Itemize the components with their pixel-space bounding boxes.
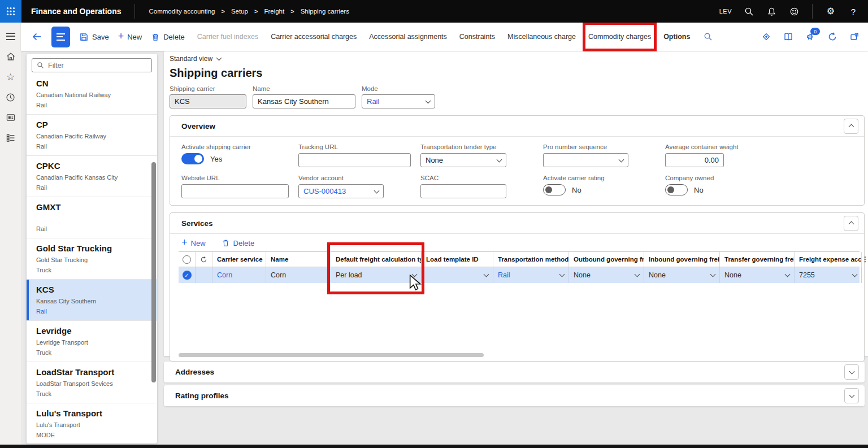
- services-delete-button[interactable]: Delete: [222, 238, 255, 247]
- back-button[interactable]: [31, 31, 42, 42]
- carrier-list-item[interactable]: CPCanadian Pacific RailwayRail: [27, 114, 157, 155]
- tracking-url-field[interactable]: [298, 153, 411, 167]
- horizontal-scrollbar-thumb[interactable]: [179, 353, 484, 357]
- grid-cell-transportation-method[interactable]: Rail: [493, 267, 569, 283]
- grid-cell-load-template-id[interactable]: [422, 267, 493, 283]
- action-search-icon[interactable]: [704, 32, 713, 41]
- grid-cell-outbound-governing-frei[interactable]: None: [569, 267, 644, 283]
- delete-button[interactable]: Delete: [151, 32, 185, 42]
- overview-header[interactable]: Overview: [170, 116, 864, 137]
- notifications-bell-icon[interactable]: [766, 6, 777, 17]
- carrier-list-item[interactable]: GMXTRail: [27, 197, 157, 238]
- grid-header-cell-freight-expense-accou[interactable]: Freight expense accou: [795, 252, 862, 267]
- company-owned-toggle[interactable]: [665, 184, 688, 195]
- trash-icon: [222, 238, 230, 247]
- activate-shipping-carrier-toggle[interactable]: [181, 153, 204, 164]
- grid-header-cell-carrier-service[interactable]: Carrier service: [212, 252, 266, 267]
- breadcrumb-item[interactable]: Commodity accounting: [149, 8, 215, 15]
- vendor-account-dropdown[interactable]: CUS-000413: [298, 184, 384, 198]
- carrier-list-item[interactable]: CPKCCanadian Pacific Kansas CityRail: [27, 155, 157, 197]
- recent-clock-icon[interactable]: [6, 92, 16, 102]
- breadcrumb-item[interactable]: Setup: [231, 8, 248, 15]
- refresh-column-icon[interactable]: [196, 252, 212, 267]
- user-initials[interactable]: LEV: [719, 8, 732, 15]
- tab-accessorial-assignments[interactable]: Accessorial assignments: [369, 32, 447, 42]
- services-header[interactable]: Services: [170, 213, 864, 234]
- app-title[interactable]: Finance and Operations: [31, 7, 121, 16]
- scac-field[interactable]: [420, 184, 506, 198]
- pro-number-sequence-dropdown[interactable]: [543, 153, 628, 167]
- grid-header-cell-name[interactable]: Name: [266, 252, 331, 267]
- chevron-up-icon: [848, 221, 854, 227]
- grid-cell-inbound-governing-freight[interactable]: None: [644, 267, 720, 283]
- tab-commodity-charges[interactable]: Commodity charges: [588, 32, 651, 42]
- refresh-icon[interactable]: [827, 31, 838, 42]
- app-launcher-button[interactable]: [0, 0, 21, 23]
- activate-carrier-rating-toggle[interactable]: [543, 184, 566, 195]
- messages-megaphone-icon[interactable]: 0: [805, 31, 816, 42]
- grid-cell-carrier-service[interactable]: Corn: [212, 267, 266, 283]
- select-all-circle[interactable]: [183, 255, 191, 264]
- collapse-button[interactable]: [844, 216, 858, 231]
- expand-button[interactable]: [844, 364, 859, 380]
- carrier-filter-input[interactable]: Filter: [32, 58, 152, 72]
- list-scrollbar[interactable]: [151, 162, 156, 382]
- open-in-new-window-icon[interactable]: [849, 31, 860, 42]
- hamburger-menu-icon[interactable]: [6, 31, 16, 41]
- tab-carrier-accessorial-charges[interactable]: Carrier accessorial charges: [271, 32, 357, 42]
- home-icon[interactable]: [6, 51, 16, 62]
- collapse-button[interactable]: [844, 119, 858, 134]
- carrier-list-item[interactable]: Gold Star TruckingGold Star TruckingTruc…: [27, 238, 157, 279]
- grid-header-cell-outbound-governing-frei[interactable]: Outbound governing frei...: [569, 252, 644, 267]
- personalization-diamond-icon[interactable]: [761, 31, 772, 42]
- horizontal-scrollbar-track[interactable]: [179, 353, 860, 357]
- services-section: Services + New Delete Carrier serviceNam…: [170, 212, 865, 362]
- favorites-star-icon[interactable]: ☆: [6, 72, 16, 82]
- addresses-section[interactable]: Addresses: [164, 362, 865, 382]
- grid-header-cell-transfer-governing-freight[interactable]: Transfer governing freight: [720, 252, 795, 267]
- carrier-list-item[interactable]: KCSKansas City SouthernRail: [27, 279, 157, 320]
- toggle-pane-button[interactable]: [51, 27, 70, 47]
- tab-options[interactable]: Options: [663, 32, 690, 42]
- services-new-button[interactable]: + New: [181, 238, 206, 247]
- column-options-icon[interactable]: ⋮: [862, 252, 868, 267]
- breadcrumb-item[interactable]: Freight: [264, 8, 284, 15]
- row-selected-check-icon[interactable]: ✓: [183, 271, 192, 280]
- rating-profiles-section[interactable]: Rating profiles: [164, 385, 865, 406]
- help-icon[interactable]: ?: [848, 6, 859, 17]
- scac-label: SCAC: [420, 175, 543, 181]
- grid-row[interactable]: ✓CornCornPer loadRailNoneNoneNone7255: [179, 267, 860, 283]
- grid-header-cell-default-freight-calculation-type[interactable]: Default freight calculation type: [331, 252, 422, 267]
- carrier-list-item[interactable]: LoadStar TransportLoadStar Transport Sev…: [27, 362, 157, 403]
- mode-dropdown[interactable]: Rail: [362, 94, 435, 108]
- grid-cell-default-freight-calculation-type[interactable]: Per load: [331, 267, 422, 283]
- tab-constraints[interactable]: Constraints: [459, 32, 495, 42]
- documentation-book-icon[interactable]: [783, 31, 794, 42]
- transportation-tender-type-dropdown[interactable]: None: [420, 153, 506, 167]
- shipping-carrier-field[interactable]: KCS: [170, 94, 246, 108]
- website-url-field[interactable]: [181, 184, 289, 198]
- grid-header-cell-transportation-method[interactable]: Transportation method: [493, 252, 569, 267]
- grid-header-cell-inbound-governing-freight[interactable]: Inbound governing freight: [644, 252, 720, 267]
- name-field[interactable]: Kansas City Southern: [253, 94, 355, 108]
- grid-cell-name[interactable]: Corn: [266, 267, 331, 283]
- view-selector[interactable]: Standard view: [170, 55, 232, 63]
- carrier-name: [36, 215, 150, 223]
- workspaces-icon[interactable]: [6, 112, 16, 123]
- new-button[interactable]: + New: [118, 32, 142, 41]
- carrier-list-item[interactable]: CNCanadian National RailwayRail: [27, 73, 157, 114]
- breadcrumb-item[interactable]: Shipping carriers: [301, 8, 349, 15]
- grid-cell-freight-expense-accou[interactable]: 7255: [795, 267, 862, 283]
- settings-gear-icon[interactable]: ⚙: [825, 6, 836, 17]
- tab-miscellaneous-charge[interactable]: Miscellaneous charge: [507, 32, 576, 42]
- feedback-smiley-icon[interactable]: [788, 6, 800, 17]
- modules-list-icon[interactable]: [6, 133, 16, 143]
- carrier-list-item[interactable]: LevridgeLevridge TransportTruck: [27, 320, 157, 362]
- save-button[interactable]: Save: [79, 32, 109, 42]
- average-container-weight-field[interactable]: 0.00: [665, 153, 724, 167]
- grid-cell-transfer-governing-freight[interactable]: None: [720, 267, 795, 283]
- search-icon[interactable]: [743, 6, 754, 17]
- grid-header-cell-load-template-id[interactable]: Load template ID: [422, 252, 493, 267]
- expand-button[interactable]: [844, 388, 859, 403]
- carrier-list-item[interactable]: Lulu's TransportLulu's TransportMODE: [27, 403, 157, 444]
